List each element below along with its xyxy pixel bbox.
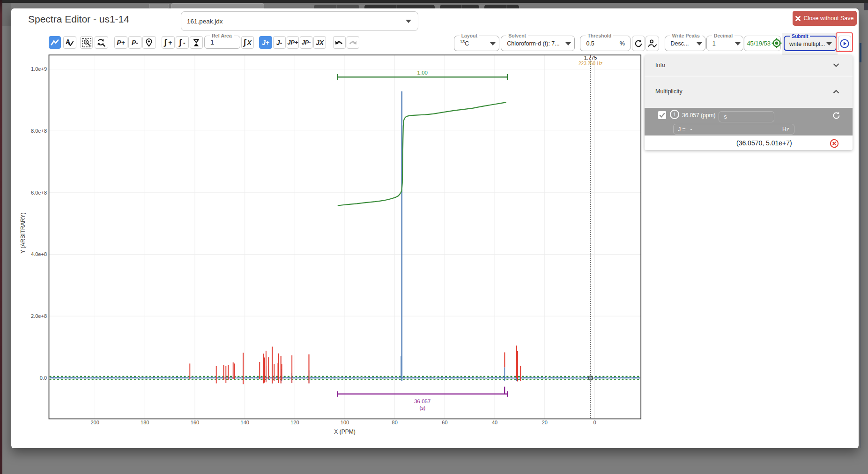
svg-text:0: 0 [593, 420, 596, 425]
svg-text:(s): (s) [419, 405, 425, 411]
svg-text:120: 120 [290, 420, 299, 425]
svg-text:180: 180 [141, 420, 149, 425]
svg-text:Y (ARBITRARY): Y (ARBITRARY) [20, 212, 26, 254]
svg-text:100: 100 [341, 420, 349, 425]
svg-text:60: 60 [442, 420, 447, 425]
svg-text:X (PPM): X (PPM) [334, 429, 355, 435]
svg-text:140: 140 [241, 420, 249, 425]
svg-text:0.0: 0.0 [40, 375, 47, 381]
svg-text:1.00: 1.00 [417, 70, 428, 75]
svg-text:8.0e+8: 8.0e+8 [31, 128, 47, 134]
svg-text:40: 40 [492, 420, 497, 425]
svg-text:20: 20 [542, 420, 548, 425]
svg-text:1.775: 1.775 [584, 55, 597, 60]
svg-text:160: 160 [191, 420, 199, 425]
svg-text:200: 200 [90, 420, 99, 425]
svg-text:1.0e+9: 1.0e+9 [31, 66, 47, 72]
svg-text:80: 80 [392, 420, 398, 425]
svg-text:2.0e+8: 2.0e+8 [31, 313, 47, 319]
svg-text:36.057: 36.057 [414, 399, 430, 404]
svg-text:4.0e+8: 4.0e+8 [31, 251, 47, 257]
svg-text:6.0e+8: 6.0e+8 [31, 190, 47, 196]
svg-text:223.260 Hz: 223.260 Hz [579, 61, 602, 66]
